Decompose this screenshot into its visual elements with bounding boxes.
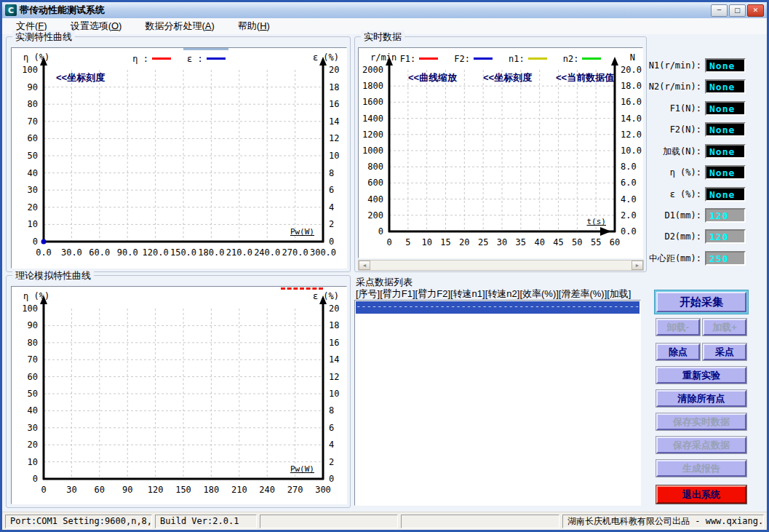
input-d2[interactable]: 120 bbox=[705, 229, 746, 244]
minimize-button[interactable]: ─ bbox=[711, 4, 728, 17]
y-tick-label: 10.0 bbox=[621, 146, 642, 156]
y-tick-label: 20 bbox=[12, 440, 38, 450]
y-tick-label: 10 bbox=[329, 389, 339, 399]
save-samples-button[interactable]: 保存采点数据 bbox=[656, 437, 746, 453]
legend-item: ε : bbox=[187, 52, 226, 64]
load-button[interactable]: 加载+ bbox=[703, 319, 746, 336]
panel-realtime-title: 实时数据 bbox=[361, 31, 405, 44]
y-tick-label: 1600 bbox=[359, 97, 383, 107]
y-tick-label: 10 bbox=[12, 219, 38, 229]
readout-f1: None bbox=[705, 101, 746, 116]
unload-button[interactable]: 卸载- bbox=[656, 319, 700, 336]
restart-experiment-button[interactable]: 重新实验 bbox=[656, 367, 746, 384]
panel-measured: 实测特性曲线 η (%)ε (%)η :ε :10090807060504030… bbox=[6, 36, 351, 272]
legend-color-line bbox=[207, 57, 226, 60]
y-tick-label: 30 bbox=[12, 423, 38, 433]
y-tick-label: 10 bbox=[12, 457, 38, 467]
y-tick-label: 8 bbox=[329, 405, 334, 416]
maximize-button[interactable]: □ bbox=[729, 4, 746, 17]
chart-annotation[interactable]: <<当前数据值 bbox=[556, 71, 614, 84]
y-tick-label: 18 bbox=[329, 320, 339, 330]
y-tick-label: 12 bbox=[329, 133, 339, 143]
generate-report-button[interactable]: 生成报告 bbox=[656, 460, 746, 477]
y-tick-label: 50 bbox=[12, 151, 38, 161]
y-tick-label: 40 bbox=[12, 168, 38, 178]
chart-annotation[interactable]: <<坐标刻度 bbox=[56, 71, 105, 84]
sample-point-button[interactable]: 采点 bbox=[703, 344, 746, 360]
y-tick-label: 40 bbox=[12, 405, 38, 416]
panel-theoretical-title: 理论模拟特性曲线 bbox=[12, 269, 94, 282]
y-right-axis-title: N bbox=[630, 52, 635, 63]
y-tick-label: 16 bbox=[329, 99, 339, 109]
legend-item: F2: bbox=[454, 52, 493, 64]
y-right-axis-title: ε (%) bbox=[313, 291, 339, 301]
y-tick-label: 20 bbox=[329, 65, 339, 75]
y-tick-label: 10 bbox=[329, 151, 339, 161]
panel-theoretical: 理论模拟特性曲线 η (%)ε (%)100908070605040302010… bbox=[6, 275, 351, 508]
input-center-distance[interactable]: 250 bbox=[705, 251, 746, 266]
chart-legend: F1:F2:n1:n2: bbox=[388, 52, 613, 65]
remove-point-button[interactable]: 除点 bbox=[656, 344, 700, 360]
realtime-hscrollbar[interactable]: ◄ ► bbox=[358, 260, 644, 271]
y-tick-label: 4 bbox=[329, 202, 334, 213]
y-tick-label: 80 bbox=[12, 99, 38, 109]
y-tick-label: 80 bbox=[12, 338, 38, 348]
readout-row: 加载(N):None bbox=[647, 144, 746, 159]
x-tick-label: 60 bbox=[596, 237, 634, 247]
y-tick-label: 50 bbox=[12, 389, 38, 399]
status-build-version: Build Ver:2.0.1 bbox=[155, 515, 257, 528]
readout-n1: None bbox=[705, 58, 746, 73]
clear-all-points-button[interactable]: 清除所有点 bbox=[656, 390, 746, 407]
title-bar: C 带传动性能测试系统 ─ □ ✕ bbox=[2, 2, 767, 18]
readout-n2: None bbox=[705, 79, 746, 94]
y-tick-label: 14 bbox=[329, 116, 339, 127]
y-tick-label: 600 bbox=[359, 178, 383, 188]
start-capture-button[interactable]: 开始采集 bbox=[656, 292, 746, 312]
y-tick-label: 0 bbox=[329, 474, 334, 484]
y-tick-label: 8 bbox=[329, 168, 334, 178]
readout-load: None bbox=[705, 144, 746, 159]
input-d1[interactable]: 120 bbox=[705, 208, 746, 223]
y-tick-label: 2000 bbox=[359, 65, 383, 75]
y-tick-label: 2 bbox=[329, 457, 334, 467]
readout-row: F2(N):None bbox=[647, 122, 746, 137]
scroll-left-button[interactable]: ◄ bbox=[359, 261, 370, 270]
status-empty-2 bbox=[401, 515, 559, 528]
scroll-right-button[interactable]: ► bbox=[631, 261, 643, 270]
y-tick-label: 90 bbox=[12, 320, 38, 330]
legend-color-line bbox=[474, 57, 493, 60]
y-tick-label: 0.0 bbox=[621, 226, 637, 237]
chart-annotation[interactable]: <<坐标刻度 bbox=[483, 71, 532, 84]
save-realtime-button[interactable]: 保存实时数据 bbox=[656, 413, 746, 430]
y-tick-label: 4.0 bbox=[621, 194, 637, 205]
status-port: Port:COM1 Setting:9600,n,8,1 bbox=[5, 515, 152, 528]
close-button[interactable]: ✕ bbox=[747, 4, 764, 17]
y-tick-label: 6.0 bbox=[621, 178, 637, 188]
panel-realtime: 实时数据 r/minNF1:F2:n1:n2:20001800160014001… bbox=[354, 36, 647, 272]
menu-item-help[interactable]: 帮助(H) bbox=[231, 18, 276, 34]
exit-button[interactable]: 退出系统 bbox=[656, 485, 746, 504]
samples-listbox[interactable]: ----------------------------------------… bbox=[354, 300, 641, 506]
x-axis-label: Pw(W) bbox=[260, 464, 314, 474]
readout-row: η (%):None bbox=[647, 165, 746, 180]
samples-row-selected[interactable]: ----------------------------------------… bbox=[356, 301, 639, 314]
y-tick-label: 12.0 bbox=[621, 130, 642, 140]
y-tick-label: 18 bbox=[329, 82, 339, 92]
y-tick-label: 6 bbox=[329, 423, 334, 433]
y-tick-label: 20 bbox=[12, 202, 38, 213]
y-tick-label: 0 bbox=[359, 226, 383, 237]
y-tick-label: 0 bbox=[329, 237, 334, 247]
y-tick-label: 14.0 bbox=[621, 114, 642, 124]
legend-color-line bbox=[528, 57, 547, 60]
y-tick-label: 6 bbox=[329, 185, 334, 195]
readout-row: 中心距(mm):250 bbox=[647, 251, 746, 266]
readout-row: N1(r/min):None bbox=[647, 58, 746, 73]
chart-annotation[interactable]: <<曲线缩放 bbox=[408, 71, 457, 84]
readout-row: D1(mm):120 bbox=[647, 208, 746, 223]
client-area: 实测特性曲线 η (%)ε (%)η :ε :10090807060504030… bbox=[2, 34, 767, 512]
y-tick-label: 0 bbox=[12, 474, 38, 484]
menu-item-analysis[interactable]: 数据分析处理(A) bbox=[138, 18, 220, 34]
scrollbar-track[interactable] bbox=[370, 261, 631, 270]
y-tick-label: 1000 bbox=[359, 146, 383, 156]
y-tick-label: 0 bbox=[12, 237, 38, 247]
